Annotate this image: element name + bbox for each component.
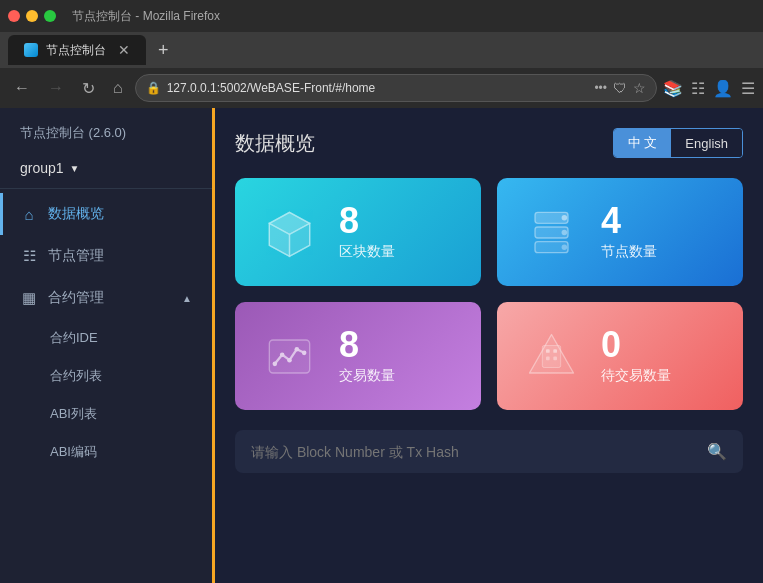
main-content: 数据概览 中 文 English [215, 108, 763, 583]
tab-favicon [24, 43, 38, 57]
tx-icon-area [259, 326, 319, 386]
search-input[interactable] [251, 444, 697, 460]
nodes-info: 4 节点数量 [601, 203, 657, 261]
svg-point-12 [279, 352, 284, 357]
tab-title: 节点控制台 [46, 42, 106, 59]
pending-count: 0 [601, 327, 671, 363]
group-name: group1 [20, 160, 64, 176]
search-icon: 🔍 [707, 442, 727, 461]
menu-icon[interactable]: ☰ [741, 79, 755, 98]
blocks-icon-area [259, 202, 319, 262]
node-icon: ☷ [20, 247, 38, 265]
sidebar-item-data-overview[interactable]: ⌂ 数据概览 [0, 193, 212, 235]
expand-arrow-icon: ▲ [182, 293, 192, 304]
nodes-icon [524, 205, 579, 260]
url-text: 127.0.0.1:5002/WeBASE-Front/#/home [167, 81, 589, 95]
sidebar-sub-item-abi-editor[interactable]: ABI编码 [0, 433, 212, 471]
tx-info: 8 交易数量 [339, 327, 395, 385]
stat-card-blocks[interactable]: 8 区块数量 [235, 178, 481, 286]
sidebar-sub-item-abi-list[interactable]: ABI列表 [0, 395, 212, 433]
minimize-button[interactable] [26, 10, 38, 22]
svg-point-15 [301, 350, 306, 355]
cube-icon [262, 205, 317, 260]
group-selector[interactable]: group1 ▼ [0, 152, 212, 184]
new-tab-button[interactable]: + [150, 40, 177, 61]
lang-en-button[interactable]: English [671, 129, 742, 157]
svg-rect-18 [546, 349, 550, 353]
stat-card-pending[interactable]: 0 待交易数量 [497, 302, 743, 410]
tx-label: 交易数量 [339, 367, 395, 385]
search-container: 🔍 [235, 430, 743, 473]
nav-icons: 📚 ☷ 👤 ☰ [663, 79, 755, 98]
transactions-icon [262, 329, 317, 384]
pending-icon-area [521, 326, 581, 386]
sidebar-toggle-icon[interactable]: ☷ [691, 79, 705, 98]
svg-point-14 [294, 346, 299, 351]
svg-rect-17 [542, 345, 560, 367]
nodes-icon-area [521, 202, 581, 262]
contract-icon: ▦ [20, 289, 38, 307]
pending-icon [524, 329, 579, 384]
address-bar[interactable]: 🔒 127.0.0.1:5002/WeBASE-Front/#/home •••… [135, 74, 657, 102]
blocks-count: 8 [339, 203, 395, 239]
group-arrow-icon: ▼ [70, 163, 80, 174]
page-header: 数据概览 中 文 English [235, 128, 743, 158]
active-tab[interactable]: 节点控制台 ✕ [8, 35, 146, 65]
maximize-button[interactable] [44, 10, 56, 22]
svg-point-11 [272, 361, 277, 366]
home-icon: ⌂ [20, 205, 38, 223]
tab-bar: 节点控制台 ✕ + [0, 32, 763, 68]
app-container: 节点控制台 (2.6.0) group1 ▼ ⌂ 数据概览 ☷ 节点管理 ▦ 合… [0, 108, 763, 583]
svg-point-9 [561, 244, 567, 250]
sidebar-sub-item-contract-list[interactable]: 合约列表 [0, 357, 212, 395]
close-button[interactable] [8, 10, 20, 22]
blocks-info: 8 区块数量 [339, 203, 395, 261]
star-icon[interactable]: ☆ [633, 80, 646, 96]
nav-bar: ← → ↻ ⌂ 🔒 127.0.0.1:5002/WeBASE-Front/#/… [0, 68, 763, 108]
stat-card-transactions[interactable]: 8 交易数量 [235, 302, 481, 410]
stat-card-nodes[interactable]: 4 节点数量 [497, 178, 743, 286]
tab-close-button[interactable]: ✕ [118, 42, 130, 58]
stats-grid: 8 区块数量 [235, 178, 743, 410]
window-controls [8, 10, 56, 22]
svg-rect-20 [546, 356, 550, 360]
nodes-count: 4 [601, 203, 657, 239]
sidebar-item-node-mgmt[interactable]: ☷ 节点管理 [0, 235, 212, 277]
tx-count: 8 [339, 327, 395, 363]
sidebar-divider [0, 188, 212, 189]
refresh-button[interactable]: ↻ [76, 75, 101, 102]
overflow-menu-icon[interactable]: ••• [594, 81, 607, 95]
page-title: 数据概览 [235, 130, 315, 157]
sidebar-sub-item-ide[interactable]: 合约IDE [0, 319, 212, 357]
sidebar-item-label-overview: 数据概览 [48, 205, 104, 223]
forward-button[interactable]: → [42, 75, 70, 101]
svg-rect-10 [269, 340, 309, 373]
svg-point-13 [287, 357, 292, 362]
lock-icon: 🔒 [146, 81, 161, 95]
svg-point-8 [561, 229, 567, 235]
nodes-label: 节点数量 [601, 243, 657, 261]
lang-zh-button[interactable]: 中 文 [614, 129, 672, 157]
back-button[interactable]: ← [8, 75, 36, 101]
svg-rect-19 [553, 349, 557, 353]
sidebar-item-contract-mgmt[interactable]: ▦ 合约管理 ▲ [0, 277, 212, 319]
pending-label: 待交易数量 [601, 367, 671, 385]
sidebar-item-label-contract: 合约管理 [48, 289, 104, 307]
sidebar-title: 节点控制台 (2.6.0) [0, 108, 212, 152]
language-switch: 中 文 English [613, 128, 743, 158]
home-button[interactable]: ⌂ [107, 75, 129, 101]
sidebar: 节点控制台 (2.6.0) group1 ▼ ⌂ 数据概览 ☷ 节点管理 ▦ 合… [0, 108, 215, 583]
sidebar-item-label-node: 节点管理 [48, 247, 104, 265]
svg-point-7 [561, 215, 567, 221]
bookmark-shield-icon[interactable]: 🛡 [613, 80, 627, 96]
user-icon[interactable]: 👤 [713, 79, 733, 98]
browser-title: 节点控制台 - Mozilla Firefox [72, 8, 220, 25]
library-icon[interactable]: 📚 [663, 79, 683, 98]
blocks-label: 区块数量 [339, 243, 395, 261]
title-bar: 节点控制台 - Mozilla Firefox [0, 0, 763, 32]
svg-rect-21 [553, 356, 557, 360]
pending-info: 0 待交易数量 [601, 327, 671, 385]
